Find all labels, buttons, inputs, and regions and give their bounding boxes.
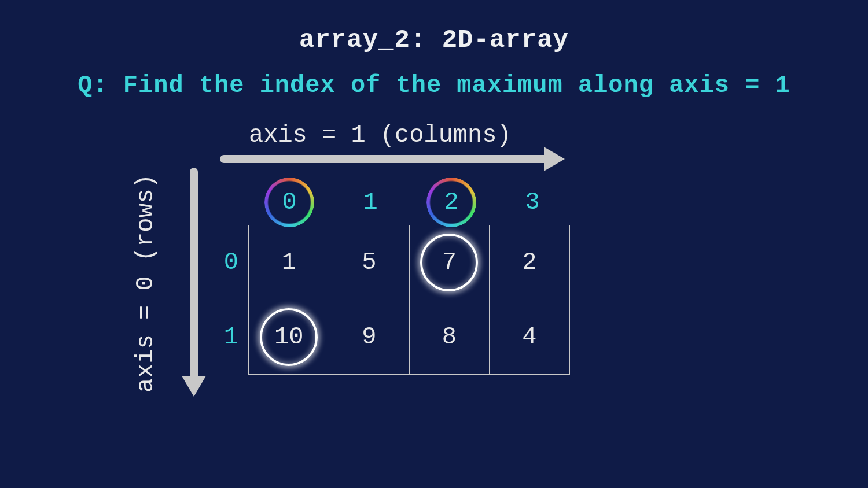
cell-value: 10 [274,323,303,351]
title: array_2: 2D-array [0,25,868,54]
cell-1-0: 10 [248,300,329,375]
cell-1-1: 9 [329,300,410,375]
col-header-3: 3 [492,188,573,216]
row-header-0: 0 [208,249,249,276]
col-header-label: 0 [282,188,296,216]
cell-0-2: 7 [409,225,490,300]
table-row: 1 10 9 8 4 [208,300,573,375]
col-header-1: 1 [330,188,411,216]
cell-value: 2 [522,249,536,276]
col-header-2: 2 [411,188,492,216]
cell-0-3: 2 [489,225,570,300]
axis0-arrow-icon [185,168,203,399]
axis1-arrow-icon [220,150,567,168]
axis1-label: axis = 1 (columns) [249,121,512,149]
cell-0-1: 5 [329,225,410,300]
row-header-1: 1 [208,323,249,351]
cell-value: 5 [362,249,376,276]
table-row: 0 1 5 7 2 [208,225,573,300]
diagram-root: array_2: 2D-array Q: Find the index of t… [0,0,868,488]
cell-value: 9 [362,323,376,351]
cell-1-3: 4 [489,300,570,375]
cell-value: 1 [282,249,296,276]
col-header-label: 2 [444,188,458,216]
col-header-label: 3 [525,188,539,216]
question-text: Q: Find the index of the maximum along a… [0,72,868,99]
cell-value: 4 [522,323,536,351]
cell-0-0: 1 [248,225,329,300]
cell-value: 7 [442,249,457,276]
cell-1-2: 8 [409,300,490,375]
array-grid: 0 1 2 3 0 1 5 7 2 1 [208,179,573,374]
axis0-label: axis = 0 (rows) [132,174,160,393]
cell-value: 8 [442,323,457,351]
column-headers: 0 1 2 3 [249,179,573,225]
col-header-0: 0 [249,188,330,216]
col-header-label: 1 [363,188,377,216]
